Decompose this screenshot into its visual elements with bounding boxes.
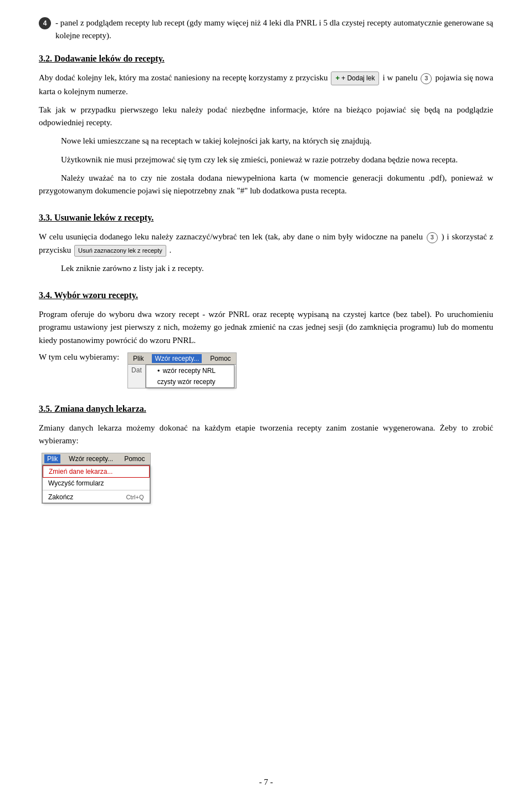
section-33-heading: 3.3. Usuwanie leków z recepty. <box>39 213 493 223</box>
section-32-para5: Należy uważać na to czy nie została doda… <box>39 172 493 198</box>
plik-item-zakoncz: Zakończ Ctrl+Q <box>43 492 150 503</box>
section-32: 3.2. Dodawanie leków do recepty. Aby dod… <box>39 54 493 197</box>
dat-label: Dat <box>128 365 146 388</box>
section-32-para2: Tak jak w przypadku pierwszego leku nale… <box>39 104 493 130</box>
plik-dropdown: Zmień dane lekarza... Wyczyść formularz … <box>42 465 150 503</box>
badge-4: 4 <box>39 17 51 29</box>
section-34: 3.4. Wybór wzoru recepty. Program oferuj… <box>39 290 493 388</box>
menu-mockup-34: Plik Wzór recepty... Pomoc Dat wzór rece… <box>127 352 237 388</box>
section-32-para4: Użytkownik nie musi przejmować się tym c… <box>39 154 493 166</box>
menu-item-czysty: czysty wzór recepty <box>146 376 234 387</box>
plik-separator <box>43 490 150 490</box>
plik-menu-mockup: Plik Wzór recepty... Pomoc Zmień dane le… <box>42 453 151 504</box>
section-33-para1: W celu usunięcia dodanego leku należy za… <box>39 231 493 257</box>
menu-label-34: W tym celu wybieramy: <box>39 352 119 362</box>
panel-3-badge-1: 3 <box>421 73 432 84</box>
panel-3-badge-2: 3 <box>427 232 438 243</box>
page-number: - 7 - <box>0 777 532 787</box>
page-content: 4 - panel z podglądem recepty lub recept… <box>39 17 493 504</box>
intro-section: 4 - panel z podglądem recepty lub recept… <box>39 17 493 42</box>
menu-item-nrl: wzór recepty NRL <box>146 365 234 376</box>
plik-item-wyczysc: Wyczyść formularz <box>43 478 150 489</box>
menu-dropdown-34: wzór recepty NRL czysty wzór recepty <box>146 365 234 388</box>
section-34-heading: 3.4. Wybór wzoru recepty. <box>39 290 493 300</box>
plik-bar-pomoc: Pomoc <box>121 454 147 463</box>
menu-bar-34: Plik Wzór recepty... Pomoc <box>128 353 236 365</box>
add-drug-button-mockup: + + Dodaj lek <box>331 71 379 85</box>
menu-bar-plik: Plik <box>130 354 146 363</box>
section-32-heading: 3.2. Dodawanie leków do recepty. <box>39 54 493 64</box>
section-33-para2: Lek zniknie zarówno z listy jak i z rece… <box>39 262 493 275</box>
menu-bar-wzor: Wzór recepty... <box>152 354 202 363</box>
section-34-para1: Program oferuje do wyboru dwa wzory rece… <box>39 308 493 347</box>
plik-item-zmien: Zmień dane lekarza... <box>43 466 150 478</box>
section-32-para3: Nowe leki umieszczane są na receptach w … <box>39 135 493 147</box>
intro-text: - panel z podglądem recepty lub recept (… <box>55 17 493 42</box>
section-34-menu-wrapper: W tym celu wybieramy: Plik Wzór recepty.… <box>39 352 493 388</box>
plik-menu-bar: Plik Wzór recepty... Pomoc <box>42 453 150 465</box>
section-35: 3.5. Zmiana danych lekarza. Zmiany danyc… <box>39 404 493 504</box>
section-33: 3.3. Usuwanie leków z recepty. W celu us… <box>39 213 493 275</box>
section-35-menu-wrapper: Plik Wzór recepty... Pomoc Zmień dane le… <box>39 453 493 504</box>
section-35-para1: Zmiany danych lekarza możemy dokonać na … <box>39 422 493 448</box>
remove-drug-button-mockup: Usuń zaznaczony lek z recepty <box>74 245 166 257</box>
plik-bar-plik: Plik <box>44 454 60 463</box>
plik-bar-wzor: Wzór recepty... <box>66 454 116 463</box>
section-32-para1: Aby dodać kolejny lek, który ma zostać n… <box>39 71 493 98</box>
section-35-heading: 3.5. Zmiana danych lekarza. <box>39 404 493 414</box>
menu-bar-pomoc: Pomoc <box>207 354 233 363</box>
